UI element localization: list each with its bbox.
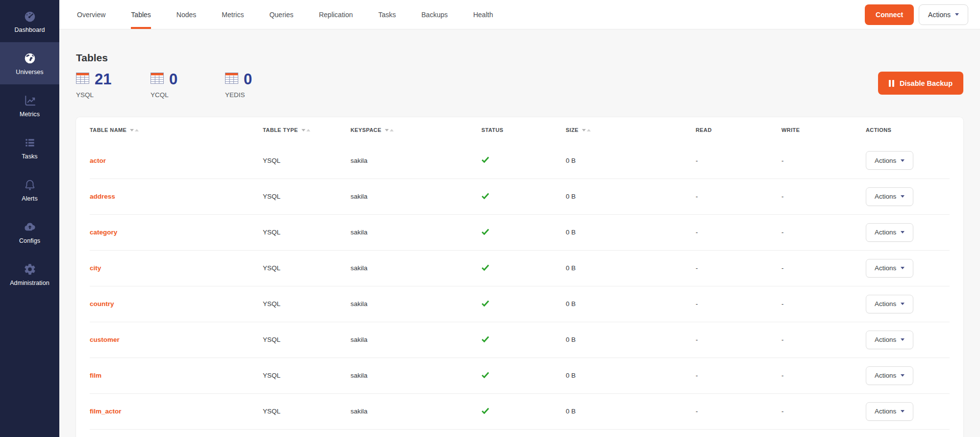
stat-count: 0 [169,72,177,87]
tab-tables[interactable]: Tables [118,0,163,29]
sidebar-item-label: Administration [10,280,50,286]
sort-icon[interactable] [130,129,139,131]
status-ok-icon [481,156,489,163]
universe-icon [23,51,37,65]
sort-icon[interactable] [582,129,591,131]
pause-icon [889,80,894,87]
table-name-link[interactable]: country [90,300,114,308]
tab-queries[interactable]: Queries [256,0,306,29]
sidebar-item-configs[interactable]: Configs [0,211,59,253]
read-cell: - [696,214,781,250]
table-row-customer: customerYSQLsakila0 B--Actions [90,322,950,358]
tables-table: TABLE NAMETABLE TYPEKEYSPACESTATUSSIZERE… [90,117,950,430]
table-row-country: countryYSQLsakila0 B--Actions [90,286,950,322]
sidebar-item-label: Configs [19,237,40,244]
table-name-link[interactable]: address [90,193,115,200]
sort-icon[interactable] [385,129,394,131]
tables-page: Tables 21YSQL0YCQL0YEDIS Disable Backup … [59,29,980,437]
table-header-row: TABLE NAMETABLE TYPEKEYSPACESTATUSSIZERE… [90,117,950,143]
table-grid-icon [76,73,89,86]
tab-health[interactable]: Health [460,0,505,29]
table-type-cell: YSQL [263,393,351,429]
disable-backup-button[interactable]: Disable Backup [878,72,963,95]
sort-icon[interactable] [302,129,310,131]
tab-overview[interactable]: Overview [77,0,118,29]
column-header-table-name[interactable]: TABLE NAME [90,117,263,143]
tab-label: Nodes [176,11,196,19]
write-cell: - [781,286,866,322]
tab-label: Health [473,11,493,19]
status-ok-icon [481,229,489,235]
tab-label: Queries [269,11,293,19]
row-actions-button[interactable]: Actions [866,331,913,349]
tab-metrics[interactable]: Metrics [209,0,256,29]
app-root: DashboardUniversesMetricsTasksAlertsConf… [0,0,980,437]
keyspace-cell: sakila [351,179,481,214]
status-ok-icon [481,408,489,414]
table-name-link[interactable]: film_actor [90,408,122,415]
universe-tabs: OverviewTablesNodesMetricsQueriesReplica… [77,0,506,29]
sort-asc-icon [587,129,591,131]
row-actions-label: Actions [875,264,896,272]
write-cell: - [781,358,866,393]
table-row-category: categoryYSQLsakila0 B--Actions [90,214,950,250]
tab-replication[interactable]: Replication [306,0,365,29]
write-cell: - [781,393,866,429]
tab-label: Metrics [222,11,244,19]
column-header-label: TABLE NAME [90,127,126,133]
connect-button[interactable]: Connect [865,4,914,25]
tab-backups[interactable]: Backups [409,0,461,29]
row-actions-button[interactable]: Actions [866,295,913,313]
sidebar-item-metrics[interactable]: Metrics [0,84,59,127]
column-header-table-type[interactable]: TABLE TYPE [263,117,351,143]
table-counts: 21YSQL0YCQL0YEDIS [76,72,300,99]
sort-desc-icon [130,129,134,131]
column-header-label: SIZE [566,127,578,133]
table-name-link[interactable]: film [90,372,101,379]
row-actions-label: Actions [875,372,896,379]
stat-count: 0 [244,72,252,87]
row-actions-label: Actions [875,157,896,164]
table-name-link[interactable]: category [90,229,117,236]
table-name-link[interactable]: city [90,264,101,272]
table-type-cell: YSQL [263,179,351,214]
column-header-keyspace[interactable]: KEYSPACE [351,117,481,143]
chevron-down-icon [901,303,905,305]
status-ok-icon [481,264,489,271]
table-name-link[interactable]: actor [90,157,106,164]
column-header-size[interactable]: SIZE [566,117,696,143]
row-actions-label: Actions [875,336,896,343]
sidebar-item-administration[interactable]: Administration [0,253,59,295]
row-actions-button[interactable]: Actions [866,366,913,385]
column-header-actions: ACTIONS [866,117,950,143]
table-name-link[interactable]: customer [90,336,120,343]
tab-label: Tasks [378,11,396,19]
tables-card: TABLE NAMETABLE TYPEKEYSPACESTATUSSIZERE… [76,117,963,437]
write-cell: - [781,179,866,214]
sidebar-item-tasks[interactable]: Tasks [0,127,59,169]
keyspace-cell: sakila [351,393,481,429]
sort-desc-icon [582,129,586,131]
row-actions-button[interactable]: Actions [866,259,913,278]
sidebar-item-alerts[interactable]: Alerts [0,169,59,211]
row-actions-label: Actions [875,408,896,415]
row-actions-button[interactable]: Actions [866,402,913,421]
row-actions-button[interactable]: Actions [866,187,913,206]
sidebar-item-universes[interactable]: Universes [0,42,59,84]
universe-actions-button[interactable]: Actions [919,4,968,25]
sort-asc-icon [306,129,310,131]
table-row-film-actor: film_actorYSQLsakila0 B--Actions [90,393,950,429]
tab-nodes[interactable]: Nodes [164,0,209,29]
write-cell: - [781,214,866,250]
sidebar-item-label: Dashboard [14,26,45,33]
tab-tasks[interactable]: Tasks [366,0,409,29]
tab-label: Tables [131,11,151,19]
sidebar-item-dashboard[interactable]: Dashboard [0,0,59,42]
chevron-down-icon [901,267,905,269]
size-cell: 0 B [566,358,696,393]
row-actions-button[interactable]: Actions [866,223,913,242]
chevron-down-icon [901,410,905,412]
table-row-city: cityYSQLsakila0 B--Actions [90,250,950,286]
table-type-cell: YSQL [263,358,351,393]
row-actions-button[interactable]: Actions [866,151,913,170]
